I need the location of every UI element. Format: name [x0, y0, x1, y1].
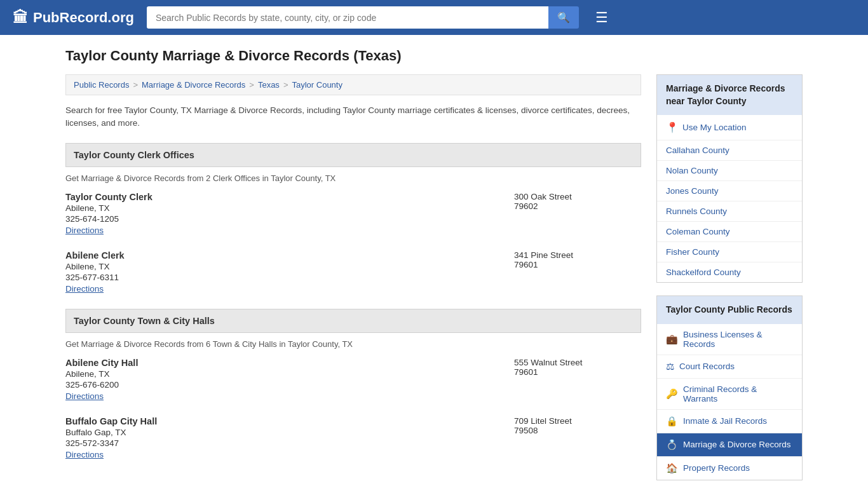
public-records-box: Taylor County Public Records 💼 Business … [656, 295, 803, 480]
logo-text: PubRecord.org [33, 10, 134, 26]
property-records-label: Property Records [683, 463, 750, 473]
record-city: Abilene, TX [65, 203, 514, 213]
breadcrumb-marriage-divorce[interactable]: Marriage & Divorce Records [142, 80, 245, 90]
record-city: Buffalo Gap, TX [65, 428, 514, 437]
record-city: Abilene, TX [65, 262, 514, 271]
page-wrapper: Taylor County Marriage & Divorce Records… [53, 35, 815, 488]
record-address: 300 Oak Street [514, 192, 641, 201]
record-city: Abilene, TX [65, 369, 514, 379]
record-zip: 79508 [514, 426, 641, 435]
briefcase-icon: 💼 [666, 334, 678, 345]
public-records-list: 💼 Business Licenses & Records ⚖ Court Re… [657, 324, 802, 480]
county-link[interactable]: Nolan County [657, 161, 802, 180]
court-records-label: Court Records [679, 362, 735, 371]
record-phone: 325-676-6200 [65, 380, 514, 390]
record-name: Abilene Clerk [65, 250, 514, 261]
site-header: 🏛 PubRecord.org 🔍 ☰ [0, 0, 868, 35]
list-item-active: 💍 Marriage & Divorce Records [657, 433, 802, 457]
scales-icon: ⚖ [666, 361, 674, 372]
list-item: Callahan County [657, 140, 802, 161]
list-item: 🔑 Criminal Records & Warrants [657, 379, 802, 410]
list-item: Jones County [657, 181, 802, 201]
clerk-offices-sub: Get Marriage & Divorce Records from 2 Cl… [65, 173, 641, 183]
breadcrumb-sep-1: > [133, 80, 138, 90]
record-phone: 325-677-6311 [65, 273, 514, 282]
search-bar: 🔍 [147, 6, 579, 29]
record-entry: Buffalo Gap City Hall Buffalo Gap, TX 32… [65, 416, 641, 462]
page-title: Taylor County Marriage & Divorce Records… [65, 48, 803, 64]
directions-link[interactable]: Directions [65, 226, 104, 235]
search-button[interactable]: 🔍 [548, 6, 579, 29]
record-name: Abilene City Hall [65, 358, 514, 368]
breadcrumb-texas[interactable]: Texas [258, 80, 280, 90]
nearby-counties-header: Marriage & Divorce Records near Taylor C… [657, 75, 802, 115]
site-logo[interactable]: 🏛 PubRecord.org [13, 9, 134, 27]
record-name: Taylor County Clerk [65, 192, 514, 202]
breadcrumb-public-records[interactable]: Public Records [74, 80, 129, 90]
search-input[interactable] [147, 6, 548, 29]
directions-link[interactable]: Directions [65, 284, 104, 294]
record-address: 709 Litel Street [514, 416, 641, 426]
county-link[interactable]: Coleman County [657, 222, 802, 241]
hamburger-icon: ☰ [595, 10, 608, 25]
record-entry: Abilene Clerk Abilene, TX 325-677-6311 D… [65, 250, 641, 296]
page-description: Search for free Taylor County, TX Marria… [65, 104, 641, 130]
county-link[interactable]: Runnels County [657, 201, 802, 221]
public-records-header: Taylor County Public Records [657, 296, 802, 324]
business-licenses-link[interactable]: 💼 Business Licenses & Records [657, 324, 802, 355]
nearby-counties-list: Callahan County Nolan County Jones Count… [657, 140, 802, 282]
record-name: Buffalo Gap City Hall [65, 416, 514, 426]
breadcrumb-sep-3: > [283, 80, 288, 90]
record-phone: 325-674-1205 [65, 214, 514, 224]
county-link[interactable]: Fisher County [657, 242, 802, 262]
menu-button[interactable]: ☰ [595, 10, 608, 26]
key-icon: 🔑 [666, 388, 678, 400]
marriage-divorce-label: Marriage & Divorce Records [683, 440, 791, 449]
record-phone: 325-572-3347 [65, 438, 514, 448]
nearby-counties-box: Marriage & Divorce Records near Taylor C… [656, 74, 803, 283]
clerk-offices-header: Taylor County Clerk Offices [65, 143, 641, 167]
list-item: 🏠 Property Records [657, 457, 802, 480]
breadcrumb: Public Records > Marriage & Divorce Reco… [65, 74, 641, 95]
list-item: Shackelford County [657, 262, 802, 282]
list-item: 💼 Business Licenses & Records [657, 324, 802, 355]
search-icon: 🔍 [557, 12, 570, 23]
use-location-button[interactable]: 📍 Use My Location [657, 115, 802, 140]
court-records-link[interactable]: ⚖ Court Records [657, 355, 802, 378]
business-licenses-label: Business Licenses & Records [683, 330, 793, 349]
record-entry: Taylor County Clerk Abilene, TX 325-674-… [65, 192, 641, 238]
list-item: Runnels County [657, 201, 802, 222]
sidebar: Marriage & Divorce Records near Taylor C… [656, 74, 803, 488]
criminal-records-link[interactable]: 🔑 Criminal Records & Warrants [657, 379, 802, 409]
list-item: 🔒 Inmate & Jail Records [657, 410, 802, 433]
record-zip: 79602 [514, 201, 641, 211]
list-item: Nolan County [657, 161, 802, 181]
city-halls-sub: Get Marriage & Divorce Records from 6 To… [65, 339, 641, 349]
property-records-link[interactable]: 🏠 Property Records [657, 457, 802, 480]
breadcrumb-sep-2: > [249, 80, 254, 90]
list-item: ⚖ Court Records [657, 355, 802, 379]
use-location-label: Use My Location [682, 123, 747, 132]
inmate-jail-link[interactable]: 🔒 Inmate & Jail Records [657, 410, 802, 433]
inmate-jail-label: Inmate & Jail Records [683, 416, 767, 426]
lock-icon: 🔒 [666, 416, 678, 427]
location-icon: 📍 [666, 121, 679, 133]
record-zip: 79601 [514, 367, 641, 377]
list-item: Coleman County [657, 222, 802, 242]
marriage-divorce-link[interactable]: 💍 Marriage & Divorce Records [657, 433, 802, 456]
ring-icon: 💍 [666, 439, 678, 451]
directions-link[interactable]: Directions [65, 391, 104, 401]
criminal-records-label: Criminal Records & Warrants [683, 384, 793, 403]
logo-icon: 🏛 [13, 9, 28, 27]
house-icon: 🏠 [666, 463, 678, 474]
record-entry: Abilene City Hall Abilene, TX 325-676-62… [65, 358, 641, 403]
directions-link[interactable]: Directions [65, 450, 104, 459]
main-content: Public Records > Marriage & Divorce Reco… [65, 74, 641, 488]
record-address: 341 Pine Street [514, 250, 641, 260]
county-link[interactable]: Shackelford County [657, 262, 802, 282]
city-halls-header: Taylor County Town & City Halls [65, 309, 641, 333]
record-address: 555 Walnut Street [514, 358, 641, 367]
county-link[interactable]: Jones County [657, 181, 802, 201]
breadcrumb-taylor-county[interactable]: Taylor County [292, 80, 342, 90]
county-link[interactable]: Callahan County [657, 140, 802, 160]
